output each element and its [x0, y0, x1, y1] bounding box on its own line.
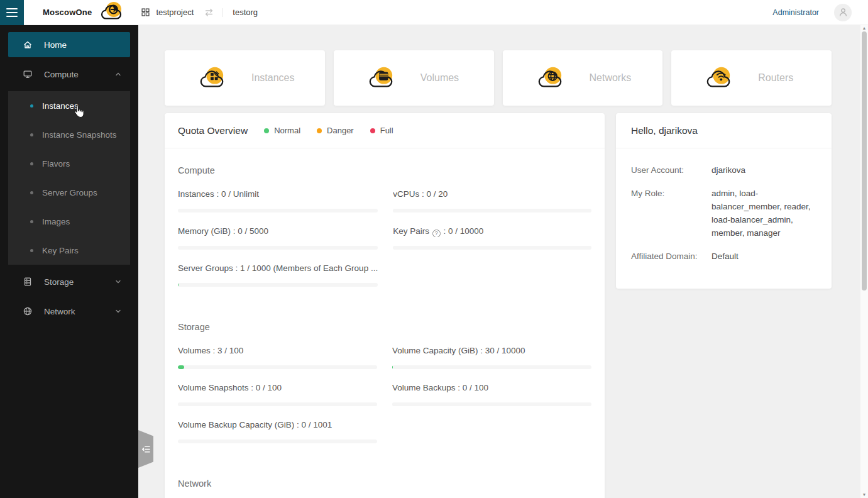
- bullet-icon: [30, 104, 33, 108]
- storage-icon: [23, 277, 33, 287]
- quota-item-volume-backup-capacity: Volume Backup Capacity (GiB) : 0 / 1001: [178, 420, 377, 443]
- sidebar-item-server-groups[interactable]: Server Groups: [8, 178, 130, 207]
- hamburger-menu-button[interactable]: [0, 0, 24, 25]
- sidebar-item-flavors[interactable]: Flavors: [8, 149, 130, 178]
- networks-card[interactable]: Networks: [503, 50, 663, 106]
- main-content: Instances Volumes Networks: [138, 25, 868, 498]
- quota-section-compute: Compute: [178, 165, 591, 175]
- divider: [222, 8, 222, 17]
- routers-card[interactable]: Routers: [671, 50, 832, 106]
- progress-bar: [178, 209, 378, 213]
- quota-item-key-pairs: Key Pairs ? : 0 / 10000: [393, 226, 591, 250]
- danger-status-dot: [317, 128, 322, 133]
- chevron-up-icon: [115, 71, 121, 77]
- sidebar-item-network[interactable]: Network: [8, 299, 130, 324]
- chevron-down-icon: [115, 308, 121, 314]
- compute-submenu: Instances Instance Snapshots Flavors Ser…: [8, 91, 130, 265]
- sidebar-nav: Home Compute Instances Instance Snapshot…: [0, 25, 138, 498]
- quota-section-storage: Storage: [178, 322, 591, 332]
- normal-status-dot: [264, 128, 269, 133]
- vertical-scrollbar: ▲ ▼: [860, 25, 868, 498]
- quota-item-volume-snapshots: Volume Snapshots : 0 / 100: [178, 383, 377, 406]
- sidebar-item-images[interactable]: Images: [8, 207, 130, 236]
- full-status-dot: [370, 128, 375, 133]
- profile-row-user-account: User Account: djarikova: [631, 163, 816, 177]
- grid-icon: [141, 8, 150, 17]
- scroll-up-arrow-icon[interactable]: ▲: [860, 25, 868, 31]
- home-icon: [23, 40, 33, 50]
- progress-bar: [393, 246, 591, 250]
- administrator-link[interactable]: Administrator: [772, 8, 819, 17]
- quota-item-server-groups: Server Groups : 1 / 1000 (Members of Eac…: [178, 263, 378, 287]
- quota-legend: Normal Danger Full: [264, 126, 393, 135]
- resource-cards: Instances Volumes Networks: [165, 50, 832, 106]
- bullet-icon: [30, 133, 33, 136]
- bullet-icon: [30, 220, 33, 223]
- org-name: testorg: [233, 8, 258, 17]
- quota-item-volume-capacity: Volume Capacity (GiB) : 30 / 10000: [392, 346, 591, 369]
- top-bar: MoscowOne testproject testorg Administra…: [0, 0, 868, 25]
- instances-cloud-icon: [197, 65, 227, 91]
- profile-row-affiliated-domain: Affiliated Domain: Default: [631, 250, 816, 263]
- quota-item-memory: Memory (GiB) : 0 / 5000: [178, 226, 378, 250]
- progress-bar: [178, 283, 378, 287]
- switch-project-icon[interactable]: [204, 7, 214, 18]
- project-name: testproject: [156, 8, 194, 17]
- chevron-down-icon: [115, 279, 121, 285]
- scrollbar-thumb[interactable]: [862, 31, 867, 290]
- sidebar-item-instances[interactable]: Instances: [8, 91, 130, 120]
- network-globe-icon: [23, 306, 33, 316]
- question-circle-icon[interactable]: ?: [432, 230, 441, 238]
- progress-bar: [393, 209, 591, 213]
- bullet-icon: [30, 191, 33, 194]
- sidebar-item-home[interactable]: Home: [8, 32, 130, 57]
- brand-name: MoscowOne: [43, 8, 92, 17]
- quota-item-vcpus: vCPUs : 0 / 20: [393, 189, 591, 213]
- quota-item-volume-backups: Volume Backups : 0 / 100: [392, 383, 591, 406]
- user-avatar[interactable]: [834, 4, 852, 21]
- person-icon: [838, 8, 848, 17]
- quota-overview-panel: Quota Overview Normal Danger Full Comput…: [165, 113, 605, 498]
- sidebar-collapse-handle[interactable]: [138, 430, 153, 468]
- profile-row-my-role: My Role: admin, load-balancer_member, re…: [631, 187, 816, 240]
- sidebar-item-compute[interactable]: Compute: [8, 62, 130, 87]
- menu-fold-icon: [141, 445, 151, 454]
- progress-bar: [392, 402, 591, 406]
- compute-monitor-icon: [23, 69, 33, 79]
- greeting: Hello, djarikova: [631, 125, 698, 136]
- instances-card[interactable]: Instances: [165, 50, 325, 106]
- sidebar-item-storage[interactable]: Storage: [8, 269, 130, 294]
- sidebar-item-instance-snapshots[interactable]: Instance Snapshots: [8, 120, 130, 149]
- scroll-down-arrow-icon[interactable]: ▼: [860, 492, 868, 498]
- quota-title: Quota Overview: [178, 125, 248, 136]
- volumes-card[interactable]: Volumes: [334, 50, 494, 106]
- volumes-cloud-icon: [366, 65, 396, 91]
- progress-bar: [178, 402, 377, 406]
- quota-item-instances: Instances : 0 / Unlimit: [178, 189, 378, 213]
- networks-cloud-icon: [535, 65, 565, 91]
- quota-item-volumes: Volumes : 3 / 100: [178, 346, 377, 369]
- progress-bar: [178, 440, 377, 443]
- brand-cloud-logo-icon: [98, 1, 124, 25]
- sidebar-item-key-pairs[interactable]: Key Pairs: [8, 236, 130, 265]
- bullet-icon: [30, 162, 33, 165]
- project-switcher[interactable]: testproject: [141, 8, 194, 17]
- quota-section-network: Network: [178, 479, 591, 489]
- progress-bar: [392, 365, 591, 369]
- routers-cloud-icon: [703, 65, 733, 91]
- bullet-icon: [30, 249, 33, 252]
- user-profile-panel: Hello, djarikova User Account: djarikova…: [616, 113, 832, 289]
- progress-bar: [178, 246, 378, 250]
- progress-bar: [178, 365, 377, 369]
